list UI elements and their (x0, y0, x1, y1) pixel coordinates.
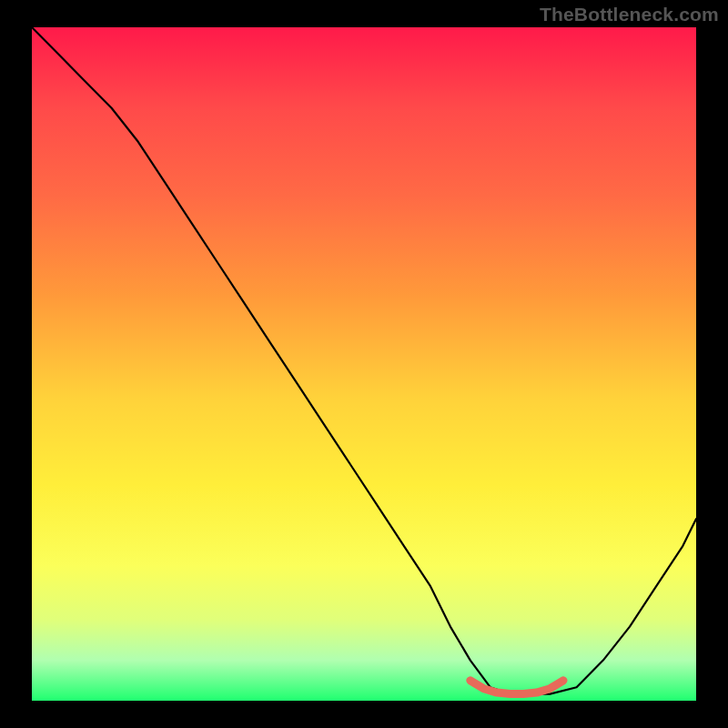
highlight-segment (470, 681, 563, 694)
curve-line (32, 27, 696, 694)
chart-frame: TheBottleneck.com (0, 0, 728, 728)
plot-area (32, 27, 696, 701)
watermark-text: TheBottleneck.com (540, 4, 719, 25)
chart-svg (32, 27, 696, 701)
